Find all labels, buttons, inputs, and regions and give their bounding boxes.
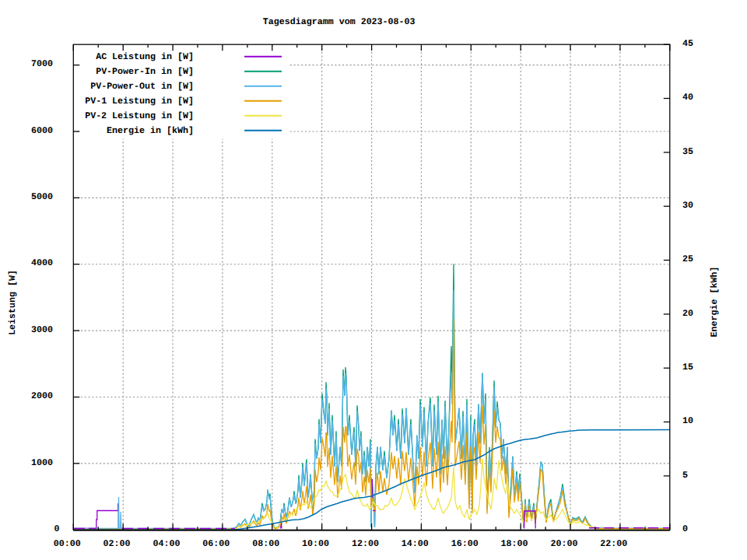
svg-text:35: 35 <box>682 146 693 157</box>
svg-text:AC Leistung in [W]: AC Leistung in [W] <box>96 51 194 62</box>
svg-text:00:00: 00:00 <box>54 538 81 549</box>
svg-text:PV-2 Leistung in [W]: PV-2 Leistung in [W] <box>85 110 194 121</box>
svg-text:6000: 6000 <box>31 125 53 136</box>
svg-text:10: 10 <box>682 415 693 426</box>
svg-text:PV-1 Leistung in [W]: PV-1 Leistung in [W] <box>85 96 194 107</box>
svg-text:Leistung [W]: Leistung [W] <box>7 270 18 335</box>
svg-text:Tagesdiagramm vom 2023-08-03: Tagesdiagramm vom 2023-08-03 <box>263 16 416 27</box>
svg-text:16:00: 16:00 <box>451 538 479 549</box>
svg-text:5: 5 <box>682 470 688 481</box>
svg-text:3000: 3000 <box>31 324 53 335</box>
svg-text:18:00: 18:00 <box>501 538 528 549</box>
svg-text:Energie [kWh]: Energie [kWh] <box>709 267 720 338</box>
svg-text:Energie in [kWh]: Energie in [kWh] <box>107 125 194 136</box>
svg-text:04:00: 04:00 <box>153 538 180 549</box>
svg-text:08:00: 08:00 <box>252 538 279 549</box>
svg-text:02:00: 02:00 <box>103 538 131 549</box>
svg-text:10:00: 10:00 <box>302 538 329 549</box>
svg-text:1000: 1000 <box>31 457 53 468</box>
svg-text:25: 25 <box>682 254 693 264</box>
svg-text:4000: 4000 <box>31 257 53 268</box>
svg-text:14:00: 14:00 <box>402 538 429 549</box>
svg-text:22:00: 22:00 <box>600 538 627 549</box>
svg-text:2000: 2000 <box>31 390 53 401</box>
svg-text:06:00: 06:00 <box>202 538 230 549</box>
svg-text:5000: 5000 <box>31 191 53 202</box>
svg-text:0: 0 <box>682 523 688 534</box>
svg-text:0: 0 <box>54 523 60 534</box>
svg-text:15: 15 <box>682 362 693 373</box>
svg-text:30: 30 <box>682 200 693 211</box>
svg-text:20: 20 <box>682 308 693 319</box>
svg-text:45: 45 <box>682 38 693 49</box>
svg-text:PV-Power-Out in [W]: PV-Power-Out in [W] <box>90 81 194 92</box>
svg-text:40: 40 <box>682 92 693 103</box>
svg-text:20:00: 20:00 <box>550 538 577 549</box>
svg-text:7000: 7000 <box>31 58 53 69</box>
svg-text:12:00: 12:00 <box>352 538 379 549</box>
svg-text:PV-Power-In in [W]: PV-Power-In in [W] <box>96 66 194 77</box>
